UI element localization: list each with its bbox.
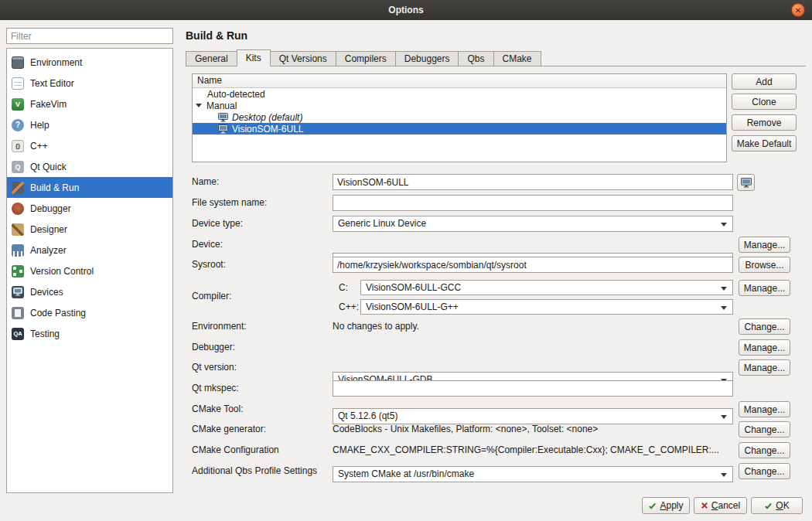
- tab-general[interactable]: General: [186, 51, 237, 66]
- tree-item-desktop[interactable]: Desktop (default): [193, 111, 726, 123]
- filesystem-name-label: File system name:: [192, 195, 267, 211]
- manage-cmake-tool-button[interactable]: Manage...: [739, 401, 790, 417]
- sidebar-item-label: Version Control: [30, 266, 94, 277]
- cancel-label: Cancel: [711, 500, 740, 511]
- environment-value: No changes to apply.: [333, 318, 419, 335]
- make-default-button[interactable]: Make Default: [732, 135, 797, 152]
- tree-column-header: Name: [193, 74, 726, 88]
- remove-button[interactable]: Remove: [732, 114, 797, 131]
- sidebar-item-fakevim[interactable]: V FakeVim: [7, 94, 172, 114]
- sidebar-item-devices[interactable]: Devices: [7, 281, 172, 302]
- computer-icon: [218, 113, 228, 122]
- device-type-label: Device type:: [192, 216, 243, 232]
- compiler-c-label: C:: [339, 280, 359, 295]
- qt-version-label: Qt version:: [192, 359, 237, 376]
- sysroot-input[interactable]: [333, 257, 733, 273]
- kit-icon-monitor-icon: [741, 178, 752, 188]
- sidebar-item-build-run[interactable]: Build & Run: [7, 177, 172, 198]
- debugger-label: Debugger:: [192, 339, 235, 356]
- sidebar-item-analyzer[interactable]: Analyzer: [7, 240, 172, 260]
- change-cmake-config-button[interactable]: Change...: [739, 442, 790, 458]
- cmake-tool-select[interactable]: System CMake at /usr/bin/cmake: [333, 466, 733, 482]
- name-label: Name:: [192, 174, 219, 190]
- add-button[interactable]: Add: [732, 73, 797, 90]
- ok-button[interactable]: OK: [751, 497, 803, 514]
- tab-kits[interactable]: Kits: [237, 49, 271, 66]
- tab-cmake[interactable]: CMake: [493, 51, 541, 66]
- sidebar-item-qt-quick[interactable]: Q Qt Quick: [7, 156, 172, 177]
- sidebar-item-testing[interactable]: QA Testing: [7, 323, 172, 344]
- sidebar-item-help[interactable]: ? Help: [7, 114, 172, 135]
- debugger-icon: [12, 203, 24, 215]
- environment-icon: [12, 56, 24, 69]
- cmake-generator-value: CodeBlocks - Unix Makefiles, Platform: <…: [333, 421, 598, 438]
- sidebar-item-code-pasting[interactable]: Code Pasting: [7, 302, 172, 323]
- sidebar-item-label: Analyzer: [30, 245, 67, 256]
- tree-item-label: VisionSOM-6ULL: [232, 124, 303, 135]
- compiler-c-select[interactable]: VisionSOM-6ULL-GCC: [360, 280, 733, 295]
- expand-arrow-icon[interactable]: [196, 104, 202, 107]
- change-cmake-generator-button[interactable]: Change...: [739, 421, 790, 438]
- browse-sysroot-button[interactable]: Browse...: [739, 257, 790, 273]
- manage-device-button[interactable]: Manage...: [739, 237, 790, 253]
- change-environment-button[interactable]: Change...: [739, 318, 790, 335]
- filter-input[interactable]: [6, 28, 173, 44]
- clone-button[interactable]: Clone: [732, 94, 797, 110]
- manage-compiler-button[interactable]: Manage...: [739, 280, 790, 296]
- cmake-tool-label: CMake Tool:: [192, 401, 243, 417]
- name-input[interactable]: [333, 174, 733, 190]
- change-qbs-button[interactable]: Change...: [739, 463, 790, 479]
- sidebar-item-text-editor[interactable]: Text Editor: [7, 73, 172, 94]
- tab-qbs[interactable]: Qbs: [458, 51, 493, 66]
- sidebar-item-label: Text Editor: [30, 78, 74, 89]
- manage-debugger-button[interactable]: Manage...: [739, 339, 790, 356]
- options-window: Options ✕ Environment Text Editor V Fake…: [0, 0, 812, 521]
- tab-bar: General Kits Qt Versions Compilers Debug…: [186, 49, 541, 66]
- fakevim-icon: V: [12, 98, 24, 111]
- environment-label: Environment:: [192, 318, 247, 335]
- qt-mkspec-label: Qt mkspec:: [192, 380, 239, 397]
- cancel-button[interactable]: Cancel: [694, 497, 747, 514]
- sidebar-item-debugger[interactable]: Debugger: [7, 198, 172, 219]
- sidebar-item-designer[interactable]: Designer: [7, 219, 172, 240]
- cmake-configuration-value: CMAKE_CXX_COMPILER:STRING=%{Compiler:Exe…: [333, 442, 719, 458]
- sidebar-item-cpp[interactable]: {} C++: [7, 135, 172, 156]
- tab-debuggers[interactable]: Debuggers: [395, 51, 459, 66]
- filesystem-name-input[interactable]: [333, 195, 733, 211]
- qt-quick-icon: Q: [12, 161, 24, 173]
- tree-item-manual[interactable]: Manual: [193, 100, 726, 111]
- text-editor-icon: [12, 77, 24, 90]
- compiler-cpp-value: VisionSOM-6ULL-G++: [366, 301, 459, 312]
- sidebar-item-version-control[interactable]: Version Control: [7, 260, 172, 281]
- device-type-value: Generic Linux Device: [338, 218, 426, 229]
- tree-item-visionsom-6ull[interactable]: VisionSOM-6ULL: [193, 123, 726, 135]
- page-title: Build & Run: [186, 29, 247, 42]
- manage-qt-version-button[interactable]: Manage...: [739, 359, 790, 376]
- kit-icon-button[interactable]: [737, 174, 755, 191]
- titlebar: Options ✕: [0, 0, 812, 20]
- sysroot-label: Sysroot:: [192, 257, 226, 273]
- device-type-select[interactable]: Generic Linux Device: [333, 216, 733, 232]
- sidebar-item-label: Devices: [30, 287, 63, 298]
- sidebar-item-label: Help: [30, 120, 49, 131]
- tree-item-auto-detected[interactable]: Auto-detected: [193, 88, 726, 100]
- sidebar-item-environment[interactable]: Environment: [7, 52, 172, 73]
- qt-version-value: Qt 5.12.6 (qt5): [338, 410, 397, 421]
- tree-item-label: Desktop (default): [232, 112, 302, 123]
- qbs-profile-settings-label: Additional Qbs Profile Settings: [192, 463, 317, 479]
- compiler-c-value: VisionSOM-6ULL-GCC: [366, 282, 461, 293]
- qt-mkspec-input[interactable]: [333, 380, 733, 397]
- sidebar: Environment Text Editor V FakeVim ? Help…: [6, 48, 173, 493]
- code-pasting-icon: [12, 307, 24, 319]
- close-button[interactable]: ✕: [791, 3, 805, 17]
- version-control-icon: [12, 265, 24, 278]
- compiler-cpp-select[interactable]: VisionSOM-6ULL-G++: [360, 299, 733, 315]
- sidebar-item-label: Debugger: [30, 203, 71, 214]
- cmake-configuration-label: CMake Configuration: [192, 442, 279, 458]
- tab-qt-versions[interactable]: Qt Versions: [270, 51, 336, 66]
- tab-compilers[interactable]: Compilers: [336, 51, 396, 66]
- kits-tree: Name Auto-detected Manual Desktop (defau…: [192, 73, 727, 162]
- sidebar-item-label: FakeVim: [30, 99, 67, 110]
- apply-button[interactable]: Apply: [642, 497, 690, 514]
- compiler-cpp-label: C++:: [339, 299, 359, 315]
